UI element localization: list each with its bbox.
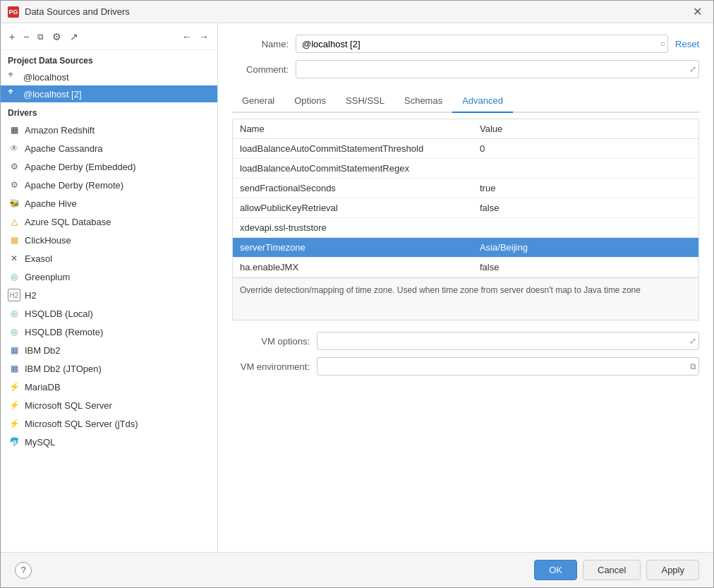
table-row[interactable]: xdevapi.ssl-truststore xyxy=(233,218,698,238)
driver-ibm-db2-jtopen[interactable]: ▦ IBM Db2 (JTOpen) xyxy=(1,359,217,378)
reset-link[interactable]: Reset xyxy=(675,39,699,49)
apply-button[interactable]: Apply xyxy=(646,560,699,580)
driver-ibm-db2[interactable]: ▦ IBM Db2 xyxy=(1,341,217,359)
driver-apache-derby-embedded[interactable]: ⚙ Apache Derby (Embedded) xyxy=(1,157,217,176)
bottom-bar: ? OK Cancel Apply xyxy=(1,552,713,587)
cancel-button[interactable]: Cancel xyxy=(583,560,641,580)
app-icon: PG xyxy=(8,6,19,18)
driver-label-clickhouse: ClickHouse xyxy=(25,235,71,246)
ok-button[interactable]: OK xyxy=(534,560,577,580)
project-section-label: Project Data Sources xyxy=(1,50,217,68)
driver-mysql[interactable]: 🐬 MySQL xyxy=(1,433,217,451)
driver-apache-derby-remote[interactable]: ⚙ Apache Derby (Remote) xyxy=(1,176,217,194)
nav-arrows: ← → xyxy=(179,30,212,44)
driver-greenplum[interactable]: ◎ Greenplum xyxy=(1,268,217,286)
vm-env-copy-icon[interactable]: ⧉ xyxy=(690,361,696,371)
driver-exasol[interactable]: ✕ Exasol xyxy=(1,249,217,268)
driver-label-ibm-db2-jtopen: IBM Db2 (JTOpen) xyxy=(25,364,102,374)
table-row-selected[interactable]: serverTimezone Asia/Beijing xyxy=(233,238,698,258)
comment-row: Comment: ⤢ xyxy=(232,60,699,78)
driver-icon-mysql: 🐬 xyxy=(8,436,20,448)
vm-options-input[interactable] xyxy=(317,332,699,350)
driver-icon-redshift: ▦ xyxy=(8,124,20,136)
add-button[interactable]: + xyxy=(6,30,18,44)
copy-button[interactable]: ⧉ xyxy=(35,30,47,43)
prop-name: ha.enableJMX xyxy=(233,258,473,277)
driver-label-h2: H2 xyxy=(25,290,37,301)
datasource-label: @localhost xyxy=(23,72,69,83)
tab-schemas[interactable]: Schemas xyxy=(394,90,452,113)
driver-apache-hive[interactable]: 🐝 Apache Hive xyxy=(1,194,217,212)
tab-advanced[interactable]: Advanced xyxy=(452,90,513,113)
nav-back-button[interactable]: ← xyxy=(179,30,195,44)
driver-mssql-jtds[interactable]: ⚡ Microsoft SQL Server (jTds) xyxy=(1,414,217,433)
driver-label-mysql: MySQL xyxy=(25,437,55,448)
name-clear-icon[interactable]: ○ xyxy=(660,39,665,49)
left-panel: + − ⧉ ⚙ ↗ ← → Project Data Sources @loca… xyxy=(1,23,218,552)
comment-expand-icon[interactable]: ⤢ xyxy=(689,64,696,74)
prop-name: loadBalanceAutoCommitStatementRegex xyxy=(233,159,473,179)
vm-env-input[interactable] xyxy=(317,357,699,376)
tab-general[interactable]: General xyxy=(232,90,284,113)
driver-mssql[interactable]: ⚡ Microsoft SQL Server xyxy=(1,396,217,414)
table-row[interactable]: sendFractionalSeconds true xyxy=(233,179,698,198)
export-button[interactable]: ↗ xyxy=(67,30,81,44)
driver-icon-hive: 🐝 xyxy=(8,197,20,210)
driver-mariadb[interactable]: ⚡ MariaDB xyxy=(1,378,217,396)
driver-icon-hsqldb-local: ◎ xyxy=(8,307,20,320)
prop-name: xdevapi.ssl-truststore xyxy=(233,218,473,238)
driver-icon-mssql: ⚡ xyxy=(8,399,20,412)
table-row[interactable]: allowPublicKeyRetrieval false xyxy=(233,198,698,218)
main-window: PG Data Sources and Drivers ✕ + − ⧉ ⚙ ↗ … xyxy=(0,0,714,588)
table-row[interactable]: loadBalanceAutoCommitStatementRegex xyxy=(233,159,698,179)
name-input[interactable] xyxy=(296,35,668,53)
driver-label-hsqldb-local: HSQLDB (Local) xyxy=(25,308,93,319)
prop-value: true xyxy=(473,179,698,198)
description-text: Override detection/mapping of time zone.… xyxy=(240,285,641,295)
driver-h2[interactable]: H2 H2 xyxy=(1,286,217,304)
prop-value-selected: Asia/Beijing xyxy=(473,238,698,258)
driver-icon-mariadb: ⚡ xyxy=(8,380,20,393)
vm-section: VM options: ⤢ VM environment: ⧉ xyxy=(232,332,699,394)
driver-icon-h2: H2 xyxy=(8,289,20,301)
table-row[interactable]: ha.enableJMX false xyxy=(233,258,698,277)
settings-button[interactable]: ⚙ xyxy=(49,30,64,44)
nav-forward-button[interactable]: → xyxy=(196,30,212,44)
driver-hsqldb-local[interactable]: ◎ HSQLDB (Local) xyxy=(1,304,217,323)
driver-azure-sql[interactable]: △ Azure SQL Database xyxy=(1,212,217,231)
driver-apache-cassandra[interactable]: 👁 Apache Cassandra xyxy=(1,139,217,157)
driver-icon-mssql-jtds: ⚡ xyxy=(8,417,20,430)
comment-label: Comment: xyxy=(232,64,296,75)
right-panel: Name: ○ Reset Comment: ⤢ General Options xyxy=(218,23,713,552)
driver-hsqldb-remote[interactable]: ◎ HSQLDB (Remote) xyxy=(1,323,217,341)
datasource-icon-2 xyxy=(8,88,19,100)
help-button[interactable]: ? xyxy=(15,562,32,579)
vm-options-expand-icon[interactable]: ⤢ xyxy=(689,336,696,346)
driver-clickhouse[interactable]: ▦ ClickHouse xyxy=(1,231,217,249)
driver-label-mariadb: MariaDB xyxy=(25,382,61,392)
tab-sshssl[interactable]: SSH/SSL xyxy=(336,90,394,113)
tab-options[interactable]: Options xyxy=(284,90,336,113)
driver-label-derby-emb: Apache Derby (Embedded) xyxy=(25,162,136,172)
driver-label-ibm-db2: IBM Db2 xyxy=(25,345,61,356)
vm-env-row: VM environment: ⧉ xyxy=(232,357,699,376)
driver-icon-greenplum: ◎ xyxy=(8,270,20,283)
vm-options-row: VM options: ⤢ xyxy=(232,332,699,350)
table-row[interactable]: loadBalanceAutoCommitStatementThreshold … xyxy=(233,139,698,159)
driver-icon-derby-emb: ⚙ xyxy=(8,160,20,173)
drivers-list: ▦ Amazon Redshift 👁 Apache Cassandra ⚙ A… xyxy=(1,121,217,552)
close-button[interactable]: ✕ xyxy=(689,4,706,20)
comment-input[interactable] xyxy=(296,60,699,78)
left-toolbar: + − ⧉ ⚙ ↗ ← → xyxy=(1,23,217,50)
datasources-list: @localhost @localhost [2] xyxy=(1,68,217,102)
properties-table: Name Value loadBalanceAutoCommitStatemen… xyxy=(233,119,698,277)
driver-amazon-redshift[interactable]: ▦ Amazon Redshift xyxy=(1,121,217,139)
driver-icon-derby-rem: ⚙ xyxy=(8,179,20,191)
datasource-localhost-2[interactable]: @localhost [2] xyxy=(1,85,217,102)
comment-input-wrapper: ⤢ xyxy=(296,60,699,78)
datasource-localhost[interactable]: @localhost xyxy=(1,68,217,85)
driver-label-mssql-jtds: Microsoft SQL Server (jTds) xyxy=(25,419,138,429)
remove-button[interactable]: − xyxy=(20,30,32,44)
name-row: Name: ○ Reset xyxy=(232,35,699,53)
vm-options-input-wrapper: ⤢ xyxy=(317,332,699,350)
